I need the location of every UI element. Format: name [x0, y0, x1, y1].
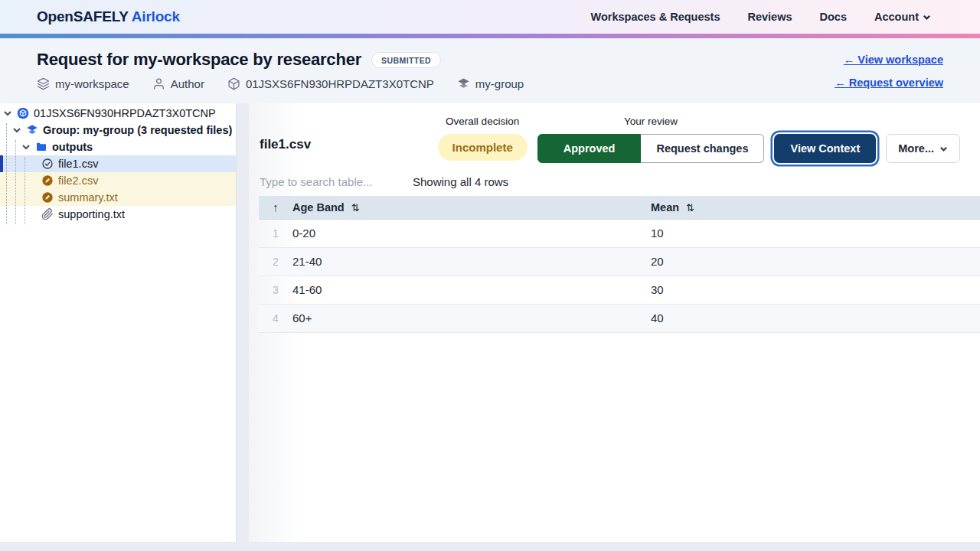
table-row: 1 0-20 10	[259, 219, 980, 247]
request-changes-button[interactable]: Request changes	[641, 134, 764, 163]
page-title: Request for my-workspace by researcher	[37, 50, 361, 70]
nav-item-label: Docs	[820, 11, 847, 23]
nav-item-workspaces-requests[interactable]: Workspaces & Requests	[591, 11, 720, 23]
check-circle-icon	[41, 158, 54, 170]
table-row: 4 60+ 40	[259, 304, 980, 332]
your-review-block: Your review Approved Request changes	[537, 116, 765, 163]
nav-item-label: Reviews	[747, 11, 792, 23]
user-icon	[152, 77, 165, 90]
data-table: ↑ Age Band⇅ Mean⇅ 1 0-20 10 2 21-40 20 3	[259, 196, 980, 333]
tree-node-request-root[interactable]: 01JSXS6FN930HRPDAZT3X0TCNP	[0, 105, 236, 122]
tree-node-group[interactable]: Group: my-group (3 requested files)	[0, 122, 236, 139]
file-review-panel: file1.csv Overall decision Incomplete Yo…	[249, 103, 980, 542]
overall-decision-badge: Incomplete	[438, 134, 528, 161]
request-header-links: ← View workspace ← Request overview	[835, 50, 943, 103]
view-context-button[interactable]: View Context	[774, 134, 876, 163]
row-number-cell: 1	[259, 219, 292, 247]
package-icon	[227, 77, 240, 90]
tree-file-label: file2.csv	[58, 174, 98, 187]
approved-button[interactable]: Approved	[537, 134, 642, 163]
table-row: 2 21-40 20	[259, 247, 980, 276]
overall-decision-label: Overall decision	[446, 116, 519, 127]
meta-author: Author	[152, 77, 204, 90]
stack-icon	[457, 77, 470, 90]
stack-icon	[26, 124, 38, 136]
column-header-label: Age Band	[292, 201, 345, 214]
nav-item-account[interactable]: Account	[874, 11, 931, 23]
meta-workspace: my-workspace	[37, 77, 129, 90]
tree-node-outputs-folder[interactable]: outputs	[0, 139, 236, 155]
meta-label: 01JSXS6FN930HRPDAZT3X0TCNP	[246, 77, 434, 90]
top-nav: OpenSAFELY Airlock Workspaces & Requests…	[0, 0, 980, 34]
chevron-down-icon	[21, 142, 31, 152]
column-header-label: Mean	[651, 201, 679, 214]
nav-item-docs[interactable]: Docs	[820, 11, 847, 23]
tree-file-label: supporting.txt	[58, 208, 125, 220]
file-title: file1.csv	[260, 137, 428, 152]
package-icon	[17, 107, 29, 119]
review-button-group: Approved Request changes	[537, 134, 765, 163]
chevron-down-icon	[939, 145, 948, 153]
age-band-cell: 21-40	[292, 247, 651, 276]
brand-primary: OpenSAFELY	[37, 8, 128, 24]
more-button[interactable]: More...	[886, 134, 960, 163]
request-overview-link[interactable]: ← Request overview	[835, 77, 943, 89]
column-header-age-band[interactable]: Age Band⇅	[292, 196, 651, 219]
paperclip-icon	[41, 208, 54, 220]
tree-file-label: file1.csv	[58, 158, 98, 170]
age-band-cell: 0-20	[292, 219, 651, 247]
workspace-area: 01JSXS6FN930HRPDAZT3X0TCNP Group: my-gro…	[0, 103, 980, 551]
status-badge: SUBMITTED	[371, 52, 441, 68]
sort-ascending-icon: ↑	[273, 201, 279, 214]
folder-icon	[35, 141, 47, 153]
tree-file-file1[interactable]: file1.csv	[0, 155, 236, 172]
view-workspace-link[interactable]: ← View workspace	[844, 54, 943, 66]
nav-item-reviews[interactable]: Reviews	[747, 11, 792, 23]
table-toolbar: Showing all 4 rows	[249, 166, 980, 196]
request-meta: my-workspace Author 01JSXS6FN930HRPDAZT3…	[37, 77, 524, 90]
sort-icon: ⇅	[351, 202, 360, 214]
file-tree-sidebar: 01JSXS6FN930HRPDAZT3X0TCNP Group: my-gro…	[0, 103, 236, 542]
request-header-left: Request for my-workspace by researcher S…	[37, 50, 524, 103]
column-header-mean[interactable]: Mean⇅	[651, 196, 980, 219]
nav-links: Workspaces & Requests Reviews Docs Accou…	[591, 11, 931, 23]
mean-cell: 30	[651, 276, 980, 304]
sort-icon: ⇅	[686, 202, 694, 214]
overall-decision-block: Overall decision Incomplete	[438, 116, 528, 161]
request-header: Request for my-workspace by researcher S…	[0, 38, 980, 103]
tree-file-file2[interactable]: file2.csv	[0, 172, 236, 189]
row-number-header[interactable]: ↑	[259, 196, 292, 219]
edit-circle-icon	[41, 191, 54, 204]
tree-node-label: 01JSXS6FN930HRPDAZT3X0TCNP	[34, 107, 216, 119]
your-review-label: Your review	[624, 116, 678, 127]
table-search-input[interactable]	[260, 175, 413, 188]
mean-cell: 20	[651, 247, 980, 276]
mean-cell: 40	[651, 304, 980, 332]
chevron-down-icon	[923, 13, 931, 21]
nav-item-label: Account	[874, 11, 919, 23]
tree-node-label: Group: my-group (3 requested files)	[43, 124, 232, 136]
meta-request-id: 01JSXS6FN930HRPDAZT3X0TCNP	[227, 77, 434, 90]
brand-secondary: Airlock	[132, 8, 180, 24]
nav-item-label: Workspaces & Requests	[591, 11, 720, 23]
meta-label: my-workspace	[55, 77, 129, 90]
meta-label: Author	[171, 77, 204, 90]
rows-status: Showing all 4 rows	[413, 175, 508, 188]
app-logo[interactable]: OpenSAFELY Airlock	[37, 8, 180, 25]
tree-file-supporting[interactable]: supporting.txt	[0, 206, 236, 223]
mean-cell: 10	[651, 219, 980, 247]
meta-label: my-group	[475, 77, 524, 90]
age-band-cell: 41-60	[292, 276, 651, 304]
tree-file-summary[interactable]: summary.txt	[0, 189, 236, 206]
row-number-cell: 3	[259, 276, 292, 304]
row-number-cell: 2	[259, 247, 292, 276]
chevron-down-icon	[12, 126, 21, 135]
tree-file-label: summary.txt	[58, 191, 118, 204]
file-review-header: file1.csv Overall decision Incomplete Yo…	[249, 103, 980, 166]
layers-icon	[37, 77, 50, 90]
more-button-label: More...	[898, 142, 934, 155]
chevron-down-icon	[3, 109, 12, 118]
file-tree: 01JSXS6FN930HRPDAZT3X0TCNP Group: my-gro…	[0, 105, 236, 223]
table-row: 3 41-60 30	[259, 276, 980, 304]
table-header-row: ↑ Age Band⇅ Mean⇅	[259, 196, 980, 219]
